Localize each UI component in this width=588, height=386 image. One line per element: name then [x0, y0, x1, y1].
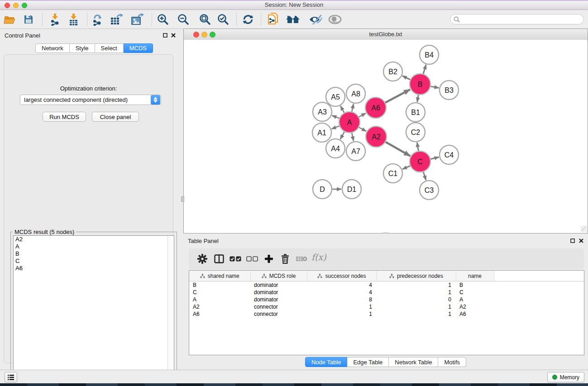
column-header-name[interactable]: name	[456, 271, 494, 281]
table-cell[interactable]: connector	[250, 310, 307, 318]
table-cell[interactable]: A2	[456, 303, 494, 310]
deselect-all-button[interactable]	[245, 252, 259, 266]
column-header-shared-name[interactable]: shared name	[189, 271, 250, 281]
tab-mcds[interactable]: MCDS	[124, 43, 153, 53]
edge-C-C3[interactable]	[423, 172, 426, 180]
function-builder-button[interactable]: f(x)	[311, 252, 326, 262]
result-list-scrollbar[interactable]	[167, 236, 174, 385]
edge-B-B1[interactable]	[417, 95, 419, 102]
table-cell[interactable]: B	[456, 281, 494, 289]
table-settings-button[interactable]	[195, 252, 210, 266]
float-panel-icon[interactable]	[162, 32, 168, 38]
float-table-panel-icon[interactable]	[569, 237, 576, 244]
table-cell[interactable]: dominator	[250, 296, 307, 303]
edge-B-B3[interactable]	[430, 86, 439, 88]
home-button[interactable]	[286, 12, 300, 27]
search-input[interactable]	[462, 15, 583, 23]
table-cell[interactable]: 4	[307, 281, 377, 289]
tab-node-table[interactable]: Node Table	[305, 357, 348, 367]
zoom-selected-button[interactable]	[216, 12, 230, 27]
search-field[interactable]	[450, 14, 584, 24]
export-table-button[interactable]	[109, 12, 124, 27]
edge-A-A4[interactable]	[340, 131, 344, 139]
tab-select[interactable]: Select	[95, 43, 124, 53]
table-cell[interactable]: connector	[250, 303, 307, 310]
edge-A-A2[interactable]	[359, 127, 366, 131]
table-cell[interactable]: 8	[307, 296, 377, 303]
zoom-out-button[interactable]	[176, 12, 191, 27]
column-header-successor-nodes[interactable]: successor nodes	[307, 271, 377, 281]
table-cell[interactable]: A	[189, 296, 250, 303]
table-cell[interactable]: dominator	[250, 281, 307, 289]
select-all-button[interactable]	[228, 252, 243, 266]
edge-A-A7[interactable]	[352, 133, 354, 141]
export-image-button[interactable]	[130, 12, 144, 27]
table-cell[interactable]: A	[456, 296, 494, 303]
tab-network[interactable]: Network	[35, 43, 70, 53]
tab-style[interactable]: Style	[70, 43, 95, 53]
table-cell[interactable]: C	[456, 289, 494, 296]
network-graph[interactable]: AA1A2A3A4A5A6A7A8BB1B2B3B4CC1C2C3C4DD1	[184, 40, 587, 233]
network-window-titlebar[interactable]: testGlobe.txt	[184, 29, 588, 40]
show-details-button[interactable]	[328, 12, 342, 27]
result-list-item[interactable]: B	[14, 250, 174, 257]
table-row[interactable]: A6connector11A6	[189, 310, 584, 318]
table-cell[interactable]: 1	[377, 310, 456, 318]
edge-A6-B[interactable]	[385, 90, 410, 103]
close-table-panel-icon[interactable]	[578, 237, 584, 244]
result-list-item[interactable]: C	[14, 257, 174, 265]
mcds-result-list[interactable]: A2ABCA6	[13, 235, 174, 386]
column-header-MCDS-role[interactable]: MCDS role	[250, 271, 307, 281]
tab-edge-table[interactable]: Edge Table	[347, 357, 389, 367]
result-list-item[interactable]: A6	[14, 265, 174, 272]
edge-C-C2[interactable]	[417, 143, 419, 152]
window-resize-grip[interactable]	[581, 226, 587, 232]
table-cell[interactable]: A6	[189, 310, 250, 318]
export-network-button[interactable]	[90, 12, 105, 27]
table-cell[interactable]: A6	[456, 310, 494, 318]
close-panel-icon[interactable]	[170, 32, 177, 38]
criterion-dropdown[interactable]: largest connected component (directed)	[20, 95, 161, 105]
table-cell[interactable]: 1	[377, 303, 456, 310]
edge-B-B2[interactable]	[402, 76, 411, 80]
edge-A-A5[interactable]	[340, 106, 344, 113]
table-cell[interactable]: 1	[307, 303, 377, 310]
table-cell[interactable]: 1	[377, 289, 456, 296]
table-cell[interactable]: B	[189, 281, 250, 289]
edge-A-A1[interactable]	[332, 126, 340, 129]
save-session-button[interactable]	[21, 12, 36, 27]
column-layout-button[interactable]	[212, 252, 226, 266]
zoom-in-button[interactable]	[156, 12, 170, 27]
add-column-button[interactable]	[262, 252, 276, 266]
edge-A-A8[interactable]	[352, 104, 354, 112]
table-row[interactable]: A2connector11A2	[189, 303, 584, 310]
edge-B-B4[interactable]	[423, 65, 426, 74]
table-cell[interactable]: A2	[189, 303, 250, 310]
result-list-item[interactable]: A2	[14, 236, 174, 243]
column-header-predecessor-nodes[interactable]: predecessor nodes	[377, 271, 456, 281]
close-panel-button[interactable]: Close panel	[92, 112, 139, 122]
table-row[interactable]: Cdominator41C	[189, 289, 584, 296]
clone-network-button[interactable]	[266, 12, 280, 27]
result-list-item[interactable]: A	[14, 243, 174, 250]
table-cell[interactable]: dominator	[250, 289, 307, 296]
table-row[interactable]: Adominator80A	[189, 296, 584, 303]
table-cell[interactable]: 1	[307, 310, 377, 318]
import-network-button[interactable]	[48, 12, 62, 27]
node-table[interactable]: shared nameMCDS rolesuccessor nodesprede…	[189, 270, 584, 355]
edge-C-C1[interactable]	[402, 166, 411, 169]
edge-A-A3[interactable]	[332, 115, 340, 119]
table-cell[interactable]: 0	[377, 296, 456, 303]
import-table-button[interactable]	[67, 12, 81, 27]
splitter-handle-vertical[interactable]	[181, 196, 184, 202]
hide-details-button[interactable]	[308, 12, 323, 27]
table-row[interactable]: Bdominator41B	[189, 281, 584, 289]
edge-C-C4[interactable]	[430, 157, 439, 159]
delete-table-button[interactable]	[294, 252, 309, 266]
run-mcds-button[interactable]: Run MCDS	[43, 112, 86, 122]
table-cell[interactable]: 1	[377, 281, 456, 289]
table-cell[interactable]: C	[189, 289, 250, 296]
open-session-button[interactable]	[2, 12, 17, 27]
tab-network-table[interactable]: Network Table	[389, 357, 438, 367]
memory-button[interactable]: Memory	[547, 372, 584, 382]
